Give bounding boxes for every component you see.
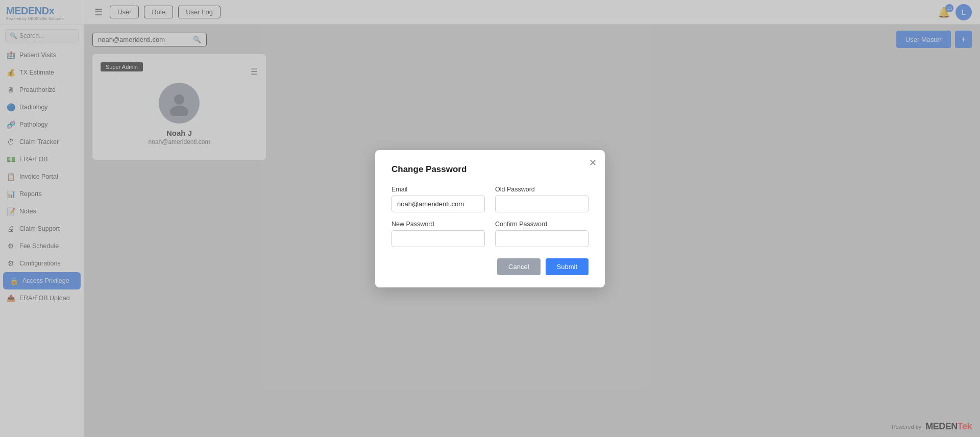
confirm-password-label: Confirm Password [495, 221, 589, 228]
new-password-form-group: New Password [391, 221, 485, 247]
old-password-form-group: Old Password [495, 186, 589, 212]
submit-button[interactable]: Submit [546, 258, 589, 275]
email-input[interactable] [391, 196, 485, 212]
cancel-button[interactable]: Cancel [497, 258, 540, 275]
main-content: ☰ User Role User Log 🔔 15 L 🔍 User Maste… [84, 0, 980, 437]
modal-close-button[interactable]: ✕ [589, 157, 597, 168]
confirm-password-form-group: Confirm Password [495, 221, 589, 247]
modal-form: Email Old Password New Password Confirm … [391, 186, 589, 247]
email-form-group: Email [391, 186, 485, 212]
new-password-input[interactable] [391, 230, 485, 247]
change-password-modal: Change Password ✕ Email Old Password New… [375, 150, 605, 287]
old-password-label: Old Password [495, 186, 589, 193]
old-password-input[interactable] [495, 196, 589, 212]
new-password-label: New Password [391, 221, 485, 228]
modal-overlay: Change Password ✕ Email Old Password New… [0, 0, 980, 437]
email-label: Email [391, 186, 485, 193]
confirm-password-input[interactable] [495, 230, 589, 247]
modal-footer: Cancel Submit [391, 258, 589, 275]
modal-title: Change Password [391, 164, 589, 175]
